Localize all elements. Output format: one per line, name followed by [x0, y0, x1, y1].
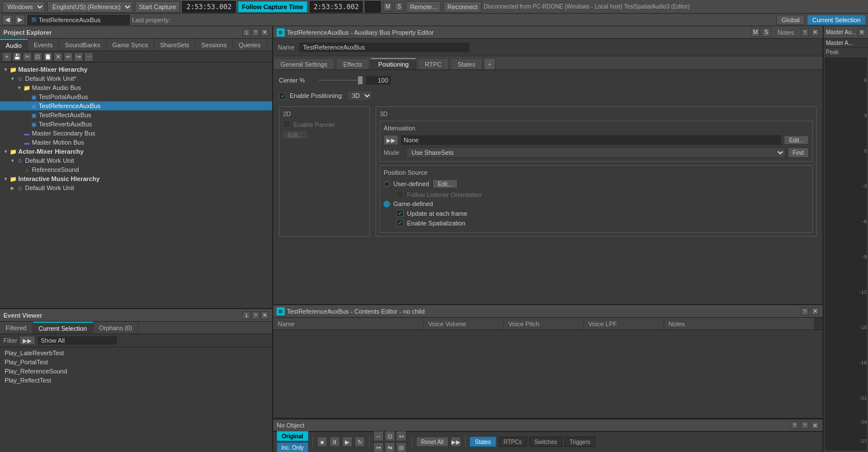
- tab-sessions[interactable]: Sessions: [196, 39, 233, 51]
- tree-item-actor-mixer[interactable]: ▼ 📁 Actor-Mixer Hierarchy: [0, 147, 272, 156]
- prop-tab-rtpc[interactable]: RTPC: [417, 58, 449, 69]
- ev-tab-current-selection[interactable]: Current Selection: [33, 322, 93, 334]
- tree-item-reference-sound[interactable]: ♪ ReferenceSound: [0, 165, 272, 174]
- language-dropdown[interactable]: English(US) (Reference): [47, 1, 133, 13]
- extra-btn-5[interactable]: ⇆: [385, 442, 395, 452]
- tree-item-test-reverb[interactable]: ▣ TestReverbAuxBus: [0, 120, 272, 129]
- center-number[interactable]: [365, 76, 391, 85]
- ev-tab-orphans[interactable]: Orphans (0): [93, 322, 139, 334]
- prop-question-btn[interactable]: ?: [801, 28, 809, 36]
- help-num-btn[interactable]: 1: [242, 28, 250, 36]
- prop-tab-add[interactable]: +: [484, 58, 495, 69]
- toggle-master-mixer[interactable]: ▼: [2, 66, 9, 73]
- new-btn[interactable]: +: [2, 52, 11, 61]
- switches-button[interactable]: Switches: [529, 437, 562, 447]
- panner-edit-btn[interactable]: Edit...: [283, 130, 308, 139]
- s-button-toolbar[interactable]: S: [394, 2, 404, 11]
- toggle-default-work[interactable]: ▼: [9, 75, 16, 82]
- extra-btn-3[interactable]: ↤: [396, 431, 406, 441]
- start-capture-button[interactable]: Start Capture: [135, 1, 180, 13]
- no-object-help[interactable]: ?: [801, 421, 809, 429]
- tab-queries[interactable]: Queries: [233, 39, 267, 51]
- tree-item-master-mixer[interactable]: ▼ 📁 Master-Mixer Hierarchy: [0, 65, 272, 74]
- inc-only-button[interactable]: Inc. Only: [277, 442, 308, 452]
- name-field[interactable]: [299, 42, 470, 52]
- event-item-3[interactable]: Play_ReflectTest: [0, 376, 272, 385]
- more-btn[interactable]: ⋯: [84, 52, 93, 61]
- event-item-0[interactable]: Play_LateReverbTest: [0, 348, 272, 358]
- tree-item-actor-work-unit[interactable]: ▼ ⊙ Default Work Unit: [0, 156, 272, 165]
- redo-btn[interactable]: ↪: [74, 52, 83, 61]
- windows-dropdown[interactable]: Windows: [2, 1, 45, 13]
- reset-arrow-btn[interactable]: ▶▶: [451, 437, 461, 447]
- triggers-button[interactable]: Triggers: [565, 437, 595, 447]
- back-button[interactable]: ◀: [2, 15, 13, 25]
- current-selection-button[interactable]: Current Selection: [807, 15, 866, 25]
- pause-btn[interactable]: ⏸: [330, 437, 340, 447]
- game-defined-radio[interactable]: [384, 201, 390, 207]
- tree-item-interactive-music[interactable]: ▼ 📁 Interactive Music Hierarchy: [0, 174, 272, 183]
- tab-sharesets[interactable]: ShareSets: [154, 39, 195, 51]
- toggle-portal[interactable]: [23, 93, 30, 100]
- stop-btn[interactable]: ■: [317, 437, 327, 447]
- filter-arrow-btn[interactable]: ▶▶: [19, 336, 35, 345]
- toggle-interactive-work[interactable]: ▶: [9, 184, 16, 191]
- no-object-close[interactable]: ✕: [811, 421, 819, 429]
- tree-item-default-work-unit[interactable]: ▼ ⊙ Default Work Unit*: [0, 74, 272, 83]
- m-button-toolbar[interactable]: M: [383, 2, 392, 11]
- tree-item-motion-bus[interactable]: ▬ Master Motion Bus: [0, 138, 272, 147]
- extra-btn-2[interactable]: ⊡: [385, 431, 395, 441]
- toggle-reverb[interactable]: [23, 121, 30, 128]
- no-object-question[interactable]: ?: [791, 421, 799, 429]
- ev-close[interactable]: ✕: [261, 311, 269, 319]
- prop-tab-effects[interactable]: Effects: [336, 58, 369, 69]
- close-project-explorer[interactable]: ✕: [261, 28, 269, 36]
- follow-capture-time-button[interactable]: Follow Capture Time: [238, 1, 307, 13]
- ev-question[interactable]: ?: [252, 311, 260, 319]
- remote-button[interactable]: Remote...: [406, 1, 441, 13]
- toggle-master-audio[interactable]: ▼: [16, 84, 23, 91]
- attenuation-edit-btn[interactable]: Edit...: [784, 135, 809, 145]
- toggle-interactive[interactable]: ▼: [2, 175, 9, 182]
- tree-item-test-portal[interactable]: ▣ TestPortalAuxBus: [0, 92, 272, 101]
- loop-btn[interactable]: ↻: [355, 437, 365, 447]
- delete-btn[interactable]: ✕: [54, 52, 63, 61]
- center-slider[interactable]: [318, 79, 363, 81]
- forward-button[interactable]: ▶: [15, 15, 25, 25]
- event-item-1[interactable]: Play_PortalTest: [0, 358, 272, 367]
- undo-btn[interactable]: ↩: [64, 52, 73, 61]
- tab-gamesyncs[interactable]: Game Syncs: [106, 39, 154, 51]
- attenuation-arrow-btn[interactable]: ▶▶: [384, 135, 398, 145]
- toggle-reflect[interactable]: [23, 112, 30, 118]
- toggle-secondary[interactable]: [16, 130, 23, 137]
- tab-soundbanks[interactable]: SoundBanks: [59, 39, 106, 51]
- original-button[interactable]: Original: [277, 431, 308, 441]
- prop-tab-general[interactable]: General Settings: [273, 58, 335, 69]
- reset-all-button[interactable]: Reset All: [416, 437, 449, 447]
- follow-listener-checkbox[interactable]: [396, 191, 404, 198]
- reconnect-button[interactable]: Reconnect: [443, 1, 482, 13]
- positioning-3d-dropdown[interactable]: 3D: [347, 91, 372, 101]
- user-defined-radio[interactable]: [384, 181, 390, 187]
- toggle-ref-sound[interactable]: [16, 166, 23, 173]
- enable-spatialization-checkbox[interactable]: [396, 219, 404, 227]
- states-button[interactable]: States: [470, 437, 496, 447]
- rtpcs-button[interactable]: RTPCs: [499, 437, 527, 447]
- tree-item-master-audio-bus[interactable]: ▼ 📁 Master Audio Bus: [0, 83, 272, 92]
- event-item-2[interactable]: Play_ReferenceSound: [0, 367, 272, 376]
- update-each-frame-checkbox[interactable]: [396, 209, 404, 217]
- enable-panner-checkbox[interactable]: [283, 121, 290, 128]
- prop-s-btn[interactable]: S: [762, 28, 771, 37]
- mode-dropdown[interactable]: Use ShareSets: [406, 147, 785, 158]
- user-defined-edit-btn[interactable]: Edit...: [433, 179, 458, 188]
- contents-close-btn[interactable]: ✕: [811, 307, 819, 315]
- tree-item-secondary-bus[interactable]: ▬ Master Secondary Bus: [0, 129, 272, 138]
- extra-btn-4[interactable]: ↦: [373, 442, 384, 452]
- toggle-motion[interactable]: [16, 139, 23, 146]
- extra-btn-6[interactable]: ⊟: [396, 442, 406, 452]
- save-btn[interactable]: 💾: [13, 52, 22, 61]
- attenuation-none-field[interactable]: [401, 135, 781, 145]
- play-btn[interactable]: ▶: [342, 437, 352, 447]
- ev-tab-filtered[interactable]: Filtered: [0, 322, 33, 334]
- extra-btn-1[interactable]: ↔: [373, 431, 384, 441]
